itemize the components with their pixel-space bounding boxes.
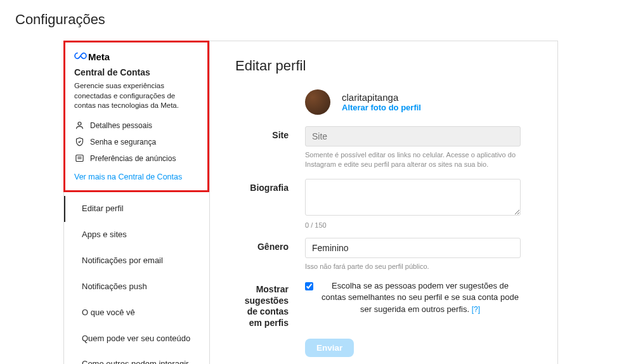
gender-help: Isso não fará parte do seu perfil públic… bbox=[305, 262, 521, 271]
accounts-center-box: Meta Central de Contas Gerencie suas exp… bbox=[63, 41, 209, 192]
meta-infinity-icon bbox=[74, 51, 87, 62]
settings-container: Meta Central de Contas Gerencie suas exp… bbox=[63, 41, 558, 364]
accounts-center-desc: Gerencie suas experiências conectadas e … bbox=[74, 81, 198, 111]
bio-counter: 0 / 150 bbox=[305, 221, 521, 229]
nav-what-you-see[interactable]: O que você vê bbox=[64, 300, 209, 326]
bio-label: Biografia bbox=[235, 179, 305, 194]
shield-icon bbox=[74, 137, 84, 147]
settings-nav: Editar perfil Apps e sites Notificações … bbox=[64, 192, 209, 364]
svg-rect-1 bbox=[75, 155, 82, 162]
suggest-text: Escolha se as pessoas podem ver sugestõe… bbox=[320, 280, 521, 315]
accounts-center-item-label: Preferências de anúncios bbox=[90, 154, 176, 163]
sidebar: Meta Central de Contas Gerencie suas exp… bbox=[64, 41, 210, 364]
submit-button[interactable]: Enviar bbox=[305, 339, 354, 357]
nav-who-can-see[interactable]: Quem pode ver seu conteúdo bbox=[64, 326, 209, 352]
accounts-center-item-personal[interactable]: Detalhes pessoais bbox=[74, 117, 198, 134]
site-help: Somente é possível editar os links no ce… bbox=[305, 150, 521, 170]
avatar[interactable] bbox=[305, 89, 330, 115]
nav-apps-sites[interactable]: Apps e sites bbox=[64, 222, 209, 248]
newspaper-icon bbox=[74, 153, 84, 164]
accounts-center-item-label: Detalhes pessoais bbox=[90, 121, 152, 130]
accounts-center-item-label: Senha e segurança bbox=[90, 138, 156, 146]
accounts-center-more-link[interactable]: Ver mais na Central de Contas bbox=[74, 172, 182, 183]
change-photo-link[interactable]: Alterar foto do perfil bbox=[342, 103, 421, 112]
page-title: Configurações bbox=[0, 0, 624, 36]
meta-brand-text: Meta bbox=[88, 51, 110, 62]
accounts-center-item-ads[interactable]: Preferências de anúncios bbox=[74, 150, 198, 167]
content: Editar perfil claritapitanga Alterar fot… bbox=[210, 41, 557, 364]
username: claritapitanga bbox=[342, 92, 421, 103]
site-label: Site bbox=[235, 126, 305, 141]
nav-how-interact[interactable]: Como outros podem interagir com você bbox=[64, 351, 209, 364]
content-heading: Editar perfil bbox=[235, 58, 532, 74]
help-icon[interactable]: [?] bbox=[472, 305, 480, 314]
meta-logo: Meta bbox=[74, 51, 198, 62]
accounts-center-item-security[interactable]: Senha e segurança bbox=[74, 134, 198, 150]
accounts-center-title: Central de Contas bbox=[74, 67, 198, 77]
site-input bbox=[305, 126, 521, 146]
gender-input[interactable] bbox=[305, 238, 521, 258]
nav-email-notifications[interactable]: Notificações por email bbox=[64, 248, 209, 274]
person-icon bbox=[74, 120, 84, 131]
svg-point-0 bbox=[78, 122, 81, 126]
bio-textarea[interactable] bbox=[305, 179, 521, 216]
suggest-checkbox[interactable] bbox=[305, 282, 313, 290]
nav-edit-profile[interactable]: Editar perfil bbox=[64, 196, 209, 222]
gender-label: Gênero bbox=[235, 238, 305, 253]
nav-push-notifications[interactable]: Notificações push bbox=[64, 274, 209, 300]
suggest-label: Mostrar sugestões de contas em perfis bbox=[235, 280, 305, 328]
